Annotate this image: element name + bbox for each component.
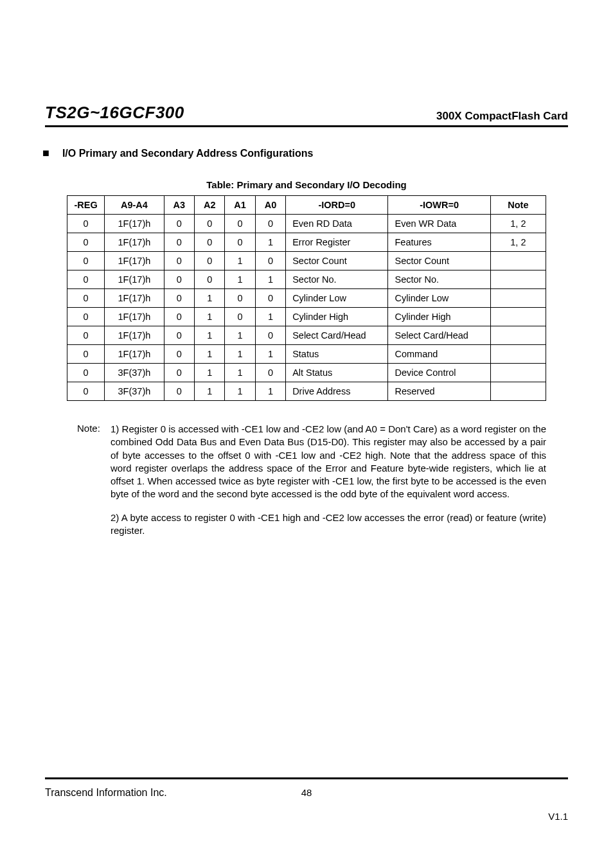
page-content: TS2G~16GCF300 300X CompactFlash Card ■ I… xyxy=(0,0,613,868)
cell-a9a4: 1F(17)h xyxy=(105,289,164,308)
cell-a3: 0 xyxy=(164,326,194,345)
cell-note xyxy=(490,270,546,289)
cell-a1: 1 xyxy=(225,364,255,382)
cell-iord: Error Register xyxy=(286,233,388,252)
model-number: TS2G~16GCF300 xyxy=(45,103,184,123)
note-label: Note: xyxy=(77,423,111,501)
cell-a9a4: 3F(37)h xyxy=(105,382,164,401)
cell-a2: 1 xyxy=(195,382,225,401)
cell-a9a4: 1F(17)h xyxy=(105,215,164,233)
section-title: I/O Primary and Secondary Address Config… xyxy=(62,148,314,159)
th-a1: A1 xyxy=(225,196,255,215)
cell-note xyxy=(490,345,546,364)
table-row: 01F(17)h0101Cylinder HighCylinder High xyxy=(67,308,546,326)
cell-a0: 1 xyxy=(255,270,285,289)
footer-divider xyxy=(45,777,568,779)
cell-reg: 0 xyxy=(67,215,105,233)
cell-note xyxy=(490,289,546,308)
cell-iord: Cylinder Low xyxy=(286,289,388,308)
cell-a1: 0 xyxy=(225,233,255,252)
table-row: 03F(37)h0110Alt StatusDevice Control xyxy=(67,364,546,382)
cell-a9a4: 1F(17)h xyxy=(105,326,164,345)
version-label: V1.1 xyxy=(548,811,568,822)
cell-a9a4: 1F(17)h xyxy=(105,270,164,289)
note-label-spacer xyxy=(77,511,111,538)
cell-a2: 0 xyxy=(195,252,225,270)
table-caption: Table: Primary and Secondary I/O Decodin… xyxy=(67,179,546,190)
cell-iord: Sector Count xyxy=(286,252,388,270)
th-a2: A2 xyxy=(195,196,225,215)
cell-note xyxy=(490,308,546,326)
cell-a0: 1 xyxy=(255,382,285,401)
cell-iowr: Sector Count xyxy=(388,252,490,270)
cell-iowr: Cylinder High xyxy=(388,308,490,326)
cell-iowr: Reserved xyxy=(388,382,490,401)
cell-note xyxy=(490,252,546,270)
cell-a0: 0 xyxy=(255,215,285,233)
notes-block: Note: 1) Register 0 is accessed with -CE… xyxy=(45,423,568,537)
cell-iord: Even RD Data xyxy=(286,215,388,233)
cell-iowr: Device Control xyxy=(388,364,490,382)
cell-iowr: Sector No. xyxy=(388,270,490,289)
cell-iowr: Features xyxy=(388,233,490,252)
th-note: Note xyxy=(490,196,546,215)
table-row: 01F(17)h0001Error RegisterFeatures1, 2 xyxy=(67,233,546,252)
cell-note xyxy=(490,364,546,382)
cell-a9a4: 1F(17)h xyxy=(105,252,164,270)
cell-a3: 0 xyxy=(164,252,194,270)
cell-a0: 0 xyxy=(255,326,285,345)
table-row: 01F(17)h0000Even RD DataEven WR Data1, 2 xyxy=(67,215,546,233)
th-reg: -REG xyxy=(67,196,105,215)
cell-a2: 0 xyxy=(195,270,225,289)
cell-a2: 0 xyxy=(195,233,225,252)
cell-a1: 1 xyxy=(225,270,255,289)
cell-a0: 1 xyxy=(255,233,285,252)
cell-a0: 1 xyxy=(255,308,285,326)
io-decoding-table: -REG A9-A4 A3 A2 A1 A0 -IORD=0 -IOWR=0 N… xyxy=(67,195,546,401)
table-row: 03F(37)h0111Drive AddressReserved xyxy=(67,382,546,401)
cell-reg: 0 xyxy=(67,345,105,364)
company-name: Transcend Information Inc. xyxy=(45,787,167,799)
cell-reg: 0 xyxy=(67,364,105,382)
cell-iord: Cylinder High xyxy=(286,308,388,326)
table-header-row: -REG A9-A4 A3 A2 A1 A0 -IORD=0 -IOWR=0 N… xyxy=(67,196,546,215)
table-row: 01F(17)h0100Cylinder LowCylinder Low xyxy=(67,289,546,308)
cell-a1: 1 xyxy=(225,252,255,270)
cell-a2: 0 xyxy=(195,215,225,233)
cell-note: 1, 2 xyxy=(490,215,546,233)
cell-note: 1, 2 xyxy=(490,233,546,252)
cell-a2: 1 xyxy=(195,364,225,382)
cell-a3: 0 xyxy=(164,215,194,233)
cell-a2: 1 xyxy=(195,345,225,364)
cell-a2: 1 xyxy=(195,289,225,308)
cell-a1: 1 xyxy=(225,382,255,401)
cell-a2: 1 xyxy=(195,326,225,345)
note-1-text: 1) Register 0 is accessed with -CE1 low … xyxy=(111,423,546,501)
cell-note xyxy=(490,382,546,401)
cell-reg: 0 xyxy=(67,326,105,345)
cell-a9a4: 1F(17)h xyxy=(105,345,164,364)
cell-a1: 0 xyxy=(225,215,255,233)
cell-a1: 0 xyxy=(225,308,255,326)
page-header: TS2G~16GCF300 300X CompactFlash Card xyxy=(45,103,568,127)
cell-a0: 0 xyxy=(255,364,285,382)
cell-reg: 0 xyxy=(67,252,105,270)
cell-a3: 0 xyxy=(164,345,194,364)
th-a3: A3 xyxy=(164,196,194,215)
cell-a1: 1 xyxy=(225,345,255,364)
page-number: 48 xyxy=(301,787,312,798)
footer-line: Transcend Information Inc. 48 xyxy=(45,787,568,799)
cell-reg: 0 xyxy=(67,233,105,252)
cell-a3: 0 xyxy=(164,233,194,252)
th-iowr: -IOWR=0 xyxy=(388,196,490,215)
table-body: 01F(17)h0000Even RD DataEven WR Data1, 2… xyxy=(67,215,546,401)
table-row: 01F(17)h0111StatusCommand xyxy=(67,345,546,364)
cell-iowr: Cylinder Low xyxy=(388,289,490,308)
cell-reg: 0 xyxy=(67,270,105,289)
cell-a3: 0 xyxy=(164,308,194,326)
cell-reg: 0 xyxy=(67,289,105,308)
cell-a3: 0 xyxy=(164,364,194,382)
cell-iowr: Select Card/Head xyxy=(388,326,490,345)
cell-iord: Drive Address xyxy=(286,382,388,401)
cell-a3: 0 xyxy=(164,382,194,401)
